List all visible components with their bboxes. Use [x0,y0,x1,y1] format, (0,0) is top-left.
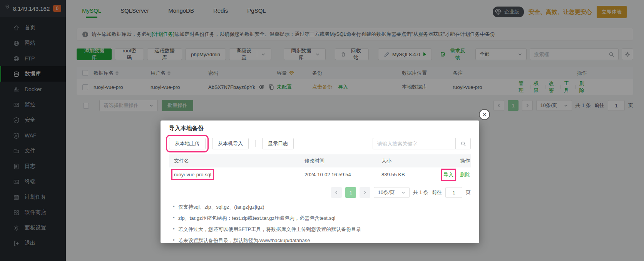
import-backup-modal: ✕ 导入本地备份 从本地上传 从本机导入 显示日志 文件名 修改时间 大小 操作… [161,120,479,243]
note-item: 若未设置默认备份目录，默认路径为/www/backup/database [173,237,471,244]
app-root: 8.149.143.162 0 首页 网站 FTP 数据库 Docker [0,0,644,261]
backup-file-row: ruoyi-vue-pro.sql 2024-10-02 16:59:54 83… [169,167,471,182]
next-page-button[interactable] [360,187,370,198]
current-page-button[interactable]: 1 [345,187,356,198]
col-header-filename: 文件名 [169,157,304,164]
modal-toolbar: 从本地上传 从本机导入 显示日志 [161,135,479,149]
backup-files-table: 文件名 修改时间 大小 操作 ruoyi-vue-pro.sql 2024-10… [169,154,471,182]
modal-table-header: 文件名 修改时间 大小 操作 [169,154,471,167]
goto-label: 前往 [432,189,442,196]
goto-page-input[interactable] [445,187,462,198]
divider [255,140,256,147]
backup-size: 839.55 KB [381,172,435,177]
modal-title: 导入本地备份 [161,120,479,135]
backup-filename: ruoyi-vue-pro.sql [174,172,211,177]
backup-actions: 导入 删除 [435,171,471,178]
delete-backup-link[interactable]: 删除 [460,171,470,178]
show-log-button[interactable]: 显示日志 [262,138,294,149]
import-backup-link[interactable]: 导入 [443,171,453,178]
prev-page-button[interactable] [331,187,342,198]
close-icon[interactable]: ✕ [479,109,490,120]
note-item: zip、tar.gz压缩包结构：test.zip或test.tar.gz压缩包内… [173,215,471,222]
upload-local-tab[interactable]: 从本地上传 [169,138,206,149]
modal-pagination: 1 10条/页 共 1 条 前往 页 [331,187,471,198]
col-header-mtime: 修改时间 [304,157,381,164]
note-item: 若文件过大，您还可以使用SFTP工具，将数据库文件上传到您设置的默认备份目录 [173,226,471,233]
page-size-select[interactable]: 10条/页 [374,187,409,198]
note-item: 仅支持sql、zip、sql.gz、(tar.gz|gz|tgz) [173,204,471,211]
divider [457,172,457,177]
col-header-size: 大小 [381,157,435,164]
page-size-value: 10条/页 [378,189,395,196]
total-count: 共 1 条 [413,189,428,196]
page-unit: 页 [466,189,471,196]
col-header-ops: 操作 [435,157,471,164]
search-icon[interactable] [455,138,471,149]
chevron-down-icon [401,190,406,195]
modal-search-input[interactable] [373,138,455,149]
import-from-machine-tab[interactable]: 从本机导入 [212,138,249,149]
modal-search-group [373,138,471,149]
modal-notes: 仅支持sql、zip、sql.gz、(tar.gz|gz|tgz) zip、ta… [173,204,471,244]
backup-mtime: 2024-10-02 16:59:54 [304,172,381,177]
modal-pagination-wrap: 1 10条/页 共 1 条 前往 页 [169,187,471,198]
